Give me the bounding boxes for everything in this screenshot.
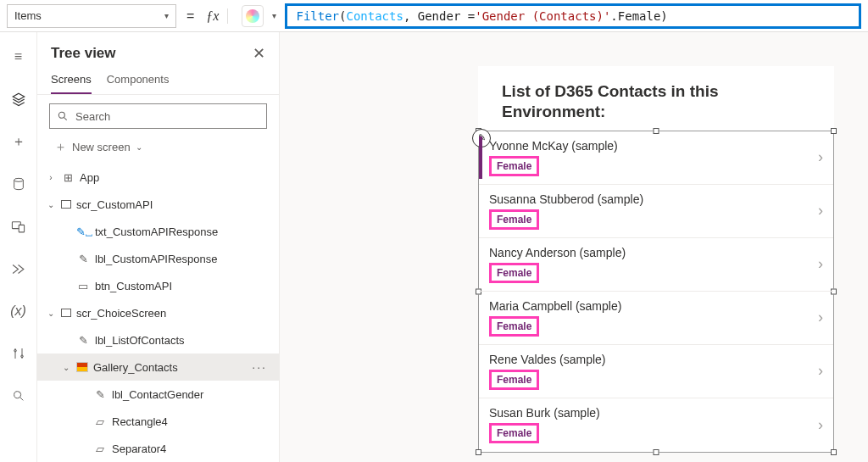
contact-gender: Female [489,156,539,176]
app-preview: List of D365 Contacts in this Environmen… [478,66,834,453]
chevron-right-icon: › [818,148,823,166]
formula-bar: Items ▾ = ƒx ▾ Filter(Contacts, Gender =… [0,0,868,32]
tree-node-gallery-contacts[interactable]: ⌄ Gallery_Contacts ··· [37,353,279,381]
contact-gender: Female [489,263,539,283]
formula-mid: , Gender = [403,9,475,23]
gallery-item[interactable]: Rene Valdes (sample) Female › [479,345,833,398]
rectangle-icon: ▱ [93,415,107,428]
formula-string: 'Gender (Contacts)' [475,9,610,23]
gallery-item[interactable]: Nancy Anderson (sample) Female › [479,238,833,292]
new-screen-button[interactable]: ＋ New screen ⌄ [37,136,279,164]
search-placeholder: Search [75,110,110,123]
chevron-right-icon: › [818,202,823,220]
tree-label: Rectangle4 [112,415,168,428]
chevron-right-icon: › [818,416,823,434]
tree-node-scr-customapi[interactable]: ⌄ scr_CustomAPI [37,191,279,218]
property-selector-value: Items [14,9,42,22]
rail-hamburger[interactable]: ≡ [0,39,37,75]
contact-name: Nancy Anderson (sample) [489,246,818,259]
tree-node-rectangle4[interactable]: ▱ Rectangle4 [37,408,279,435]
tree-view-panel: Tree view ✕ Screens Components Search ＋ … [37,32,280,462]
rail-variables[interactable]: (x) [0,293,37,329]
tree-node-separator4[interactable]: ▱ Separator4 [37,435,279,462]
gallery-item[interactable]: Susanna Stubberod (sample) Female › [479,185,833,238]
tree-view-title: Tree view [51,45,116,62]
label-icon: ✎ [76,334,90,347]
rail-media[interactable] [0,209,37,244]
chevron-down-icon[interactable]: ▾ [272,11,276,20]
tree-label: lbl_CustomAPIResponse [95,253,218,265]
gallery-item[interactable]: Yvonne McKay (sample) Female › [479,131,833,185]
contact-gender: Female [489,209,539,230]
copilot-button[interactable] [242,5,264,27]
rail-data[interactable] [0,166,37,202]
svg-point-0 [14,178,23,181]
contact-gender: Female [489,370,539,390]
tab-components[interactable]: Components [107,73,170,94]
chevron-right-icon: › [818,309,823,326]
left-rail: ≡ ＋ (x) [0,32,37,462]
chevron-down-icon: ⌄ [61,363,71,372]
screen-icon [61,309,71,317]
svg-point-4 [58,112,64,118]
chevron-right-icon: › [818,362,823,380]
gallery-icon [76,362,88,372]
page-title: List of D365 Contacts in this Environmen… [478,66,834,131]
formula-input[interactable]: Filter(Contacts, Gender = 'Gender (Conta… [285,3,861,29]
formula-tail: .Female) [610,9,667,23]
chevron-right-icon: › [818,255,823,273]
label-icon: ✎ [76,253,90,265]
rail-advanced-tools[interactable] [0,336,37,371]
separator-icon: ▱ [93,443,107,455]
contact-name: Susanna Stubberod (sample) [489,192,818,206]
rail-tree-view[interactable] [0,81,37,117]
chevron-down-icon: ⌄ [46,309,56,318]
chevron-down-icon: ▾ [164,11,169,20]
chevron-right-icon: › [46,173,56,182]
formula-arg1: Contacts [346,9,403,23]
gallery-item[interactable]: Susan Burk (sample) Female › [479,398,833,452]
database-icon [12,177,25,191]
button-icon: ▭ [76,280,90,292]
tree-node-scr-choicescreen[interactable]: ⌄ scr_ChoiceScreen [37,299,279,326]
gallery-contacts[interactable]: ✎ Yvonne McKay (sample) Female › Susanna… [478,131,834,453]
search-input[interactable]: Search [49,103,267,129]
textinput-icon: ✎⎵ [76,225,90,238]
tree-node-lbl-listofcontacts[interactable]: ✎ lbl_ListOfContacts [37,326,279,353]
sliders-icon [12,347,25,360]
chevron-down-icon: ⌄ [136,142,142,152]
rail-insert[interactable]: ＋ [0,124,37,159]
tree-label: btn_CustomAPI [95,280,172,292]
tree-node-lbl-customapiresponse[interactable]: ✎ lbl_CustomAPIResponse [37,245,279,272]
tree-label: lbl_ContactGender [112,388,203,401]
rail-power-automate[interactable] [0,251,37,287]
tree-node-btn-customapi[interactable]: ▭ btn_CustomAPI [37,272,279,299]
close-icon[interactable]: ✕ [253,44,265,63]
svg-point-3 [14,392,20,398]
tree-label: App [80,171,99,184]
property-selector[interactable]: Items ▾ [7,4,176,28]
copilot-icon [246,9,259,23]
plus-icon: ＋ [54,139,67,155]
gallery-item[interactable]: Maria Campbell (sample) Female › [479,292,833,345]
tab-screens[interactable]: Screens [51,73,92,94]
tree-label: Gallery_Contacts [93,361,178,374]
more-icon[interactable]: ··· [252,360,267,374]
tree-label: scr_ChoiceScreen [76,307,166,320]
contact-name: Maria Campbell (sample) [489,299,818,313]
tree-label: txt_CustomAPIResponse [95,225,218,238]
tree-node-lbl-contactgender[interactable]: ✎ lbl_ContactGender [37,381,279,408]
tree-label: Separator4 [112,443,166,455]
svg-rect-2 [19,225,24,232]
search-icon [57,110,69,122]
selection-indicator-bar [479,136,482,179]
canvas-area[interactable]: List of D365 Contacts in this Environmen… [280,32,868,462]
tree-node-txt-customapiresponse[interactable]: ✎⎵ txt_CustomAPIResponse [37,218,279,245]
layers-icon [11,92,26,107]
fx-icon[interactable]: ƒx [206,8,228,24]
new-screen-label: New screen [72,141,131,153]
search-icon [12,389,25,403]
tree-node-app[interactable]: › ⊞ App [37,164,279,191]
rail-search[interactable] [0,378,37,414]
contact-gender: Female [489,316,539,337]
